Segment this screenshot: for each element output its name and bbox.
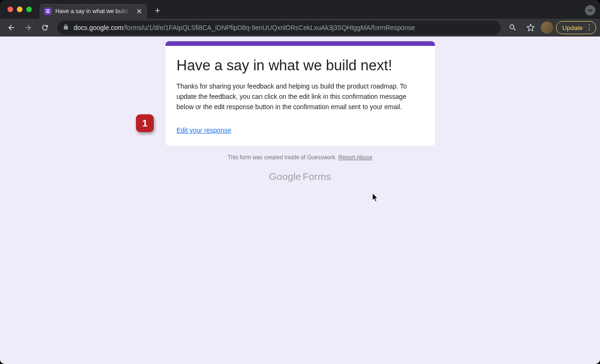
- cursor-icon: [373, 193, 378, 202]
- tab-bar: Have a say in what we build ne +: [0, 0, 600, 19]
- confirmation-card: Have a say in what we build next! Thanks…: [165, 41, 435, 146]
- url-host: docs.google.com: [74, 24, 123, 31]
- forms-favicon-icon: [44, 7, 52, 15]
- url: docs.google.com/forms/u/1/d/e/1FAIpQLSfi…: [74, 24, 415, 31]
- forward-button[interactable]: [21, 20, 36, 35]
- profile-avatar[interactable]: [541, 22, 553, 34]
- update-label: Update: [562, 24, 583, 31]
- back-button[interactable]: [4, 20, 19, 35]
- url-path: /forms/u/1/d/e/1FAIpQLSfi8CA_iDNPfipD8q-…: [123, 24, 415, 31]
- report-abuse-link[interactable]: Report Abuse: [338, 154, 373, 161]
- tab-title: Have a say in what we build ne: [55, 8, 132, 15]
- new-tab-button[interactable]: +: [151, 4, 164, 17]
- minimize-window-button[interactable]: [17, 7, 22, 12]
- bookmark-icon[interactable]: [523, 20, 538, 35]
- maximize-window-button[interactable]: [26, 7, 32, 12]
- browser-tab[interactable]: Have a say in what we build ne: [39, 4, 147, 19]
- confirmation-message: Thanks for sharing your feedback and hel…: [177, 82, 424, 112]
- page-viewport: Have a say in what we build next! Thanks…: [0, 37, 600, 364]
- close-window-button[interactable]: [8, 7, 13, 12]
- svg-rect-2: [46, 12, 50, 13]
- lock-icon: [63, 24, 69, 31]
- address-bar-row: docs.google.com/forms/u/1/d/e/1FAIpQLSfi…: [0, 19, 600, 37]
- zoom-icon[interactable]: [505, 20, 520, 35]
- close-tab-button[interactable]: [136, 8, 142, 15]
- browser-window: Have a say in what we build ne + d: [0, 0, 600, 364]
- svg-rect-0: [46, 9, 50, 10]
- logo-google: Google: [269, 171, 301, 182]
- form-container: Have a say in what we build next! Thanks…: [165, 41, 435, 182]
- tabs-dropdown-icon[interactable]: [585, 5, 595, 15]
- footer-note: This form was created inside of Guesswor…: [165, 154, 435, 161]
- window-controls: [8, 7, 32, 12]
- footer-text: This form was created inside of Guesswor…: [228, 154, 338, 161]
- update-button[interactable]: Update ⋮: [556, 21, 596, 34]
- google-forms-logo[interactable]: GoogleForms: [165, 171, 435, 182]
- edit-response-link[interactable]: Edit your response: [177, 126, 232, 134]
- svg-rect-1: [46, 11, 50, 12]
- logo-forms: Forms: [303, 171, 331, 182]
- address-bar[interactable]: docs.google.com/forms/u/1/d/e/1FAIpQLSfi…: [57, 21, 501, 35]
- annotation-badge-1: 1: [136, 114, 154, 132]
- form-title: Have a say in what we build next!: [177, 56, 424, 75]
- reload-button[interactable]: [38, 20, 52, 35]
